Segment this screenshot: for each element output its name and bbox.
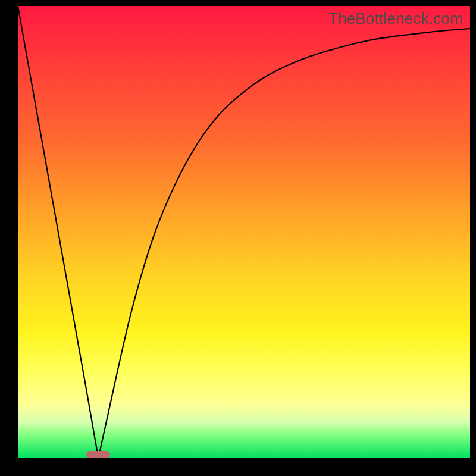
curve-path: [18, 6, 470, 458]
optimal-marker: [86, 451, 110, 458]
chart-frame: TheBottleneck.com: [0, 0, 476, 476]
plot-area: TheBottleneck.com: [18, 6, 470, 458]
bottleneck-curve: [18, 6, 470, 458]
